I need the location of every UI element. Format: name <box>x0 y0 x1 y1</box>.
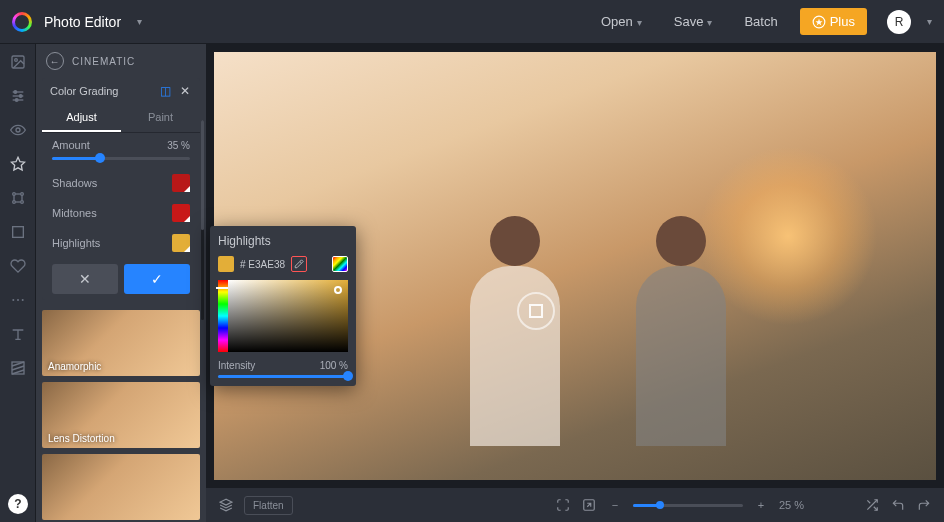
cancel-button[interactable]: ✕ <box>52 264 118 294</box>
hex-value[interactable]: # E3AE38 <box>240 259 285 270</box>
flatten-button[interactable]: Flatten <box>244 496 293 515</box>
section-title: CINEMATIC <box>72 56 135 67</box>
svg-point-14 <box>12 201 15 204</box>
external-icon[interactable] <box>581 497 597 513</box>
text-tool-icon[interactable] <box>8 324 28 344</box>
amount-value: 35 % <box>167 140 190 151</box>
sidebar: ← CINEMATIC Color Grading ◫ ✕ Adjust Pai… <box>36 44 206 522</box>
frame-tool-icon[interactable] <box>8 222 28 242</box>
tab-paint[interactable]: Paint <box>121 104 200 132</box>
texture-tool-icon[interactable] <box>8 358 28 378</box>
svg-point-21 <box>12 299 14 301</box>
svg-line-32 <box>867 500 870 503</box>
svg-point-22 <box>17 299 19 301</box>
svg-marker-11 <box>11 157 24 170</box>
undo-icon[interactable] <box>890 497 906 513</box>
chevron-down-icon[interactable]: ▾ <box>927 16 932 27</box>
highlights-color-popup: Highlights # E3AE38 Intensity 100 % <box>210 226 356 386</box>
tool-rail <box>0 44 36 522</box>
compare-icon[interactable]: ◫ <box>158 84 172 98</box>
zoom-in-icon[interactable]: + <box>753 497 769 513</box>
bottom-bar: Flatten − + 25 % <box>206 488 944 522</box>
svg-marker-28 <box>220 499 232 505</box>
svg-point-8 <box>19 95 22 98</box>
color-presets-icon[interactable] <box>332 256 348 272</box>
svg-point-15 <box>20 201 23 204</box>
save-button[interactable]: Save▾ <box>664 8 723 35</box>
close-icon[interactable]: ✕ <box>178 84 192 98</box>
chevron-down-icon[interactable]: ▾ <box>137 16 142 27</box>
person-silhouette <box>611 216 751 446</box>
center-handle[interactable] <box>517 292 555 330</box>
popup-title: Highlights <box>218 234 348 248</box>
panel-title: Color Grading <box>50 85 152 97</box>
hue-slider[interactable] <box>218 280 228 352</box>
back-button[interactable]: ← <box>46 52 64 70</box>
svg-point-3 <box>14 59 17 62</box>
current-color-swatch[interactable] <box>218 256 234 272</box>
intensity-slider[interactable] <box>218 375 348 378</box>
eye-tool-icon[interactable] <box>8 120 28 140</box>
svg-marker-1 <box>815 18 822 25</box>
apply-button[interactable]: ✓ <box>124 264 190 294</box>
zoom-out-icon[interactable]: − <box>607 497 623 513</box>
sliders-tool-icon[interactable] <box>8 86 28 106</box>
effects-star-icon[interactable] <box>8 154 28 174</box>
midtones-swatch[interactable] <box>172 204 190 222</box>
amount-slider[interactable] <box>52 157 190 160</box>
zoom-slider[interactable] <box>633 504 743 507</box>
svg-point-7 <box>14 91 17 94</box>
amount-label: Amount <box>52 139 159 151</box>
intensity-label: Intensity <box>218 360 255 371</box>
app-title[interactable]: Photo Editor <box>44 14 121 30</box>
heart-tool-icon[interactable] <box>8 256 28 276</box>
svg-point-12 <box>12 193 15 196</box>
star-icon <box>812 15 826 29</box>
redo-icon[interactable] <box>916 497 932 513</box>
svg-rect-20 <box>12 227 23 238</box>
highlights-swatch[interactable] <box>172 234 190 252</box>
color-grading-panel: Color Grading ◫ ✕ Adjust Paint Amount 35… <box>42 78 200 300</box>
midtones-label: Midtones <box>52 207 164 219</box>
image-tool-icon[interactable] <box>8 52 28 72</box>
upgrade-plus-button[interactable]: Plus <box>800 8 867 35</box>
color-picker[interactable] <box>218 280 348 352</box>
preset-list: Anamorphic Lens Distortion <box>36 306 206 522</box>
svg-line-26 <box>12 366 24 370</box>
preset-item[interactable] <box>42 454 200 520</box>
person-silhouette <box>445 216 585 446</box>
shadows-swatch[interactable] <box>172 174 190 192</box>
svg-point-9 <box>15 99 18 102</box>
batch-button[interactable]: Batch <box>734 8 787 35</box>
shadows-label: Shadows <box>52 177 164 189</box>
fit-screen-icon[interactable] <box>555 497 571 513</box>
svg-point-10 <box>16 128 20 132</box>
dots-tool-icon[interactable] <box>8 290 28 310</box>
saturation-box[interactable] <box>228 280 348 352</box>
interface-tool-icon[interactable] <box>8 188 28 208</box>
zoom-value: 25 % <box>779 499 804 511</box>
intensity-value: 100 % <box>320 360 348 371</box>
open-button[interactable]: Open▾ <box>591 8 652 35</box>
highlights-label: Highlights <box>52 237 164 249</box>
app-logo-icon <box>12 12 32 32</box>
svg-point-13 <box>20 193 23 196</box>
shuffle-icon[interactable] <box>864 497 880 513</box>
preset-anamorphic[interactable]: Anamorphic <box>42 310 200 376</box>
eyedropper-icon[interactable] <box>291 256 307 272</box>
user-avatar[interactable]: R <box>887 10 911 34</box>
tab-adjust[interactable]: Adjust <box>42 104 121 132</box>
preset-lens-distortion[interactable]: Lens Distortion <box>42 382 200 448</box>
help-button[interactable]: ? <box>8 494 28 514</box>
svg-point-23 <box>21 299 23 301</box>
top-bar: Photo Editor ▾ Open▾ Save▾ Batch Plus R … <box>0 0 944 44</box>
sidebar-scrollbar[interactable] <box>201 120 204 320</box>
layers-icon[interactable] <box>218 497 234 513</box>
